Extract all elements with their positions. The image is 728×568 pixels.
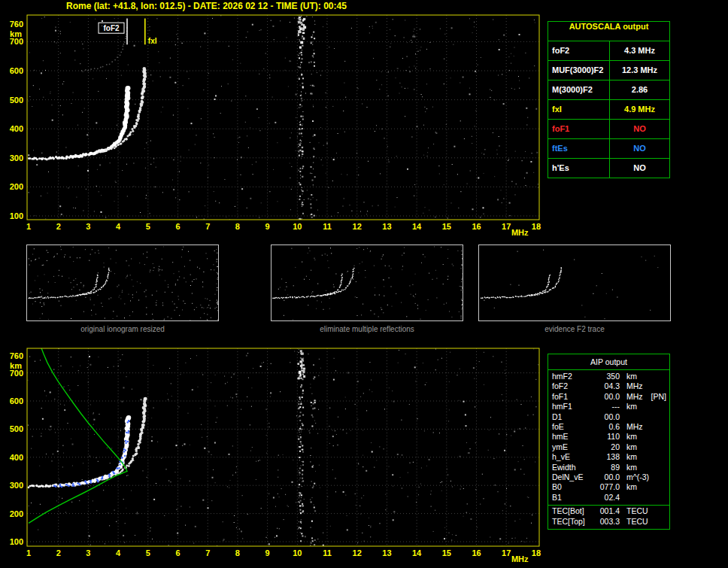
svg-text:300: 300 <box>10 153 23 163</box>
svg-text:15: 15 <box>442 222 451 231</box>
svg-text:14: 14 <box>412 548 422 557</box>
autoscala-row-value: 2.86 <box>610 80 669 99</box>
autoscala-rows: foF24.3 MHzMUF(3000)F212.3 MHzM(3000)F22… <box>548 41 669 178</box>
aip-row-unit: km <box>620 452 650 462</box>
autoscala-row-label: foF2 <box>548 41 610 60</box>
autoscala-row: MUF(3000)F212.3 MHz <box>548 61 669 80</box>
autoscala-row: foF24.3 MHz <box>548 41 669 61</box>
aip-row: TEC[Top]003.3TECU <box>548 517 669 527</box>
ionosonde-app: { "header": { "title": "Rome (lat: +41.8… <box>0 0 728 568</box>
svg-text:MHz: MHz <box>511 554 529 563</box>
autoscala-row-value: 12.3 MHz <box>610 61 669 80</box>
aip-row-extra <box>650 442 669 452</box>
svg-text:7: 7 <box>205 548 210 557</box>
aip-row-value: 00.0 <box>594 392 620 402</box>
svg-text:300: 300 <box>10 481 23 490</box>
aip-row-label: D1 <box>552 412 594 422</box>
header-title: Rome (lat: +41.8, lon: 012.5) - DATE: 20… <box>66 1 347 11</box>
svg-text:foF2: foF2 <box>103 24 120 32</box>
autoscala-row-value: 4.9 MHz <box>610 100 669 119</box>
aip-row-extra <box>650 402 669 412</box>
svg-text:500: 500 <box>10 96 23 105</box>
aip-row-label: foE <box>552 422 594 432</box>
aip-row-value: 02.4 <box>594 493 620 503</box>
svg-text:400: 400 <box>10 124 23 133</box>
aip-row-label: B1 <box>552 493 594 503</box>
svg-text:100: 100 <box>10 537 23 546</box>
aip-row: TEC[Bot]001.4TECU <box>548 506 669 517</box>
aip-row-label: foF2 <box>552 381 594 391</box>
aip-row-extra <box>650 472 669 482</box>
svg-text:600: 600 <box>10 66 23 75</box>
aip-row-unit <box>620 412 650 422</box>
autoscala-row: ftEsNO <box>548 139 669 159</box>
aip-row-unit: km <box>620 482 650 492</box>
svg-text:5: 5 <box>146 548 150 557</box>
svg-text:13: 13 <box>382 548 391 557</box>
thumbnail-evidence-f2-trace <box>478 245 671 321</box>
aip-row-unit: MHz <box>620 381 650 391</box>
svg-text:5: 5 <box>146 222 150 231</box>
aip-row-value: 350 <box>594 372 620 381</box>
aip-row-label: B0 <box>552 482 594 492</box>
aip-row-unit: TECU <box>620 506 650 517</box>
aip-row-value: 003.3 <box>594 517 620 527</box>
autoscala-table: AUTOSCALA output foF24.3 MHzMUF(3000)F21… <box>548 21 670 178</box>
svg-text:200: 200 <box>10 182 23 191</box>
aip-row-label: TEC[Bot] <box>552 506 594 517</box>
aip-table: AIP output hmF2350kmfoF204.3MHzfoF100.0M… <box>548 354 670 530</box>
thumbnail-original-ionogram <box>26 245 219 321</box>
autoscala-row-label: fxI <box>548 100 610 119</box>
autoscala-row-label: ftEs <box>548 139 610 158</box>
svg-text:18: 18 <box>532 222 541 231</box>
svg-text:13: 13 <box>382 222 391 231</box>
svg-text:18: 18 <box>532 548 541 557</box>
aip-row-extra <box>650 422 669 432</box>
svg-text:12: 12 <box>353 222 362 231</box>
autoscala-row: foF1NO <box>548 120 669 139</box>
aip-row-extra <box>650 452 669 462</box>
svg-text:1: 1 <box>26 222 31 231</box>
aip-row-extra <box>650 482 669 492</box>
aip-row-value: 04.3 <box>594 381 620 391</box>
svg-text:16: 16 <box>472 548 481 557</box>
aip-row-label: ymE <box>552 442 594 452</box>
svg-text:400: 400 <box>10 453 23 462</box>
autoscala-row-label: M(3000)F2 <box>548 80 610 99</box>
aip-row-extra <box>650 506 669 517</box>
svg-text:14: 14 <box>412 222 422 231</box>
svg-text:15: 15 <box>442 548 451 557</box>
thumbnail-eliminate-reflections <box>271 245 463 321</box>
svg-text:4: 4 <box>116 548 121 557</box>
aip-row-label: Ewidth <box>552 463 594 472</box>
svg-text:600: 600 <box>10 396 23 405</box>
autoscala-row-value: 4.3 MHz <box>610 41 669 60</box>
autoscala-row-value: NO <box>610 159 669 178</box>
svg-text:9: 9 <box>265 548 270 557</box>
autoscala-row-label: h'Es <box>548 159 610 178</box>
aip-row-value: 077.0 <box>594 482 620 492</box>
aip-row-value: --- <box>594 402 620 412</box>
autoscala-row: fxI4.9 MHz <box>548 100 669 120</box>
aip-row: hmF1---km <box>548 402 669 412</box>
aip-row-unit: m^(-3) <box>620 472 650 482</box>
aip-row: D100.0 <box>548 412 669 422</box>
aip-row-label: hmF1 <box>552 402 594 412</box>
aip-row-extra <box>650 381 669 391</box>
svg-text:2: 2 <box>56 548 61 557</box>
aip-row: B0077.0km <box>548 482 669 492</box>
aip-row-unit: km <box>620 372 650 381</box>
svg-text:760: 760 <box>10 351 23 360</box>
autoscala-row: M(3000)F22.86 <box>548 80 669 100</box>
aip-row: h_vE138km <box>548 452 669 462</box>
aip-row-label: foF1 <box>552 392 594 402</box>
svg-text:8: 8 <box>235 548 240 557</box>
aip-row-value: 110 <box>594 432 620 442</box>
svg-text:2: 2 <box>56 222 61 231</box>
svg-text:17: 17 <box>502 548 511 557</box>
svg-text:MHz: MHz <box>511 228 529 236</box>
aip-row: foF204.3MHz <box>548 381 669 391</box>
aip-row: hmF2350km <box>548 372 669 381</box>
aip-row-unit: km <box>620 402 650 412</box>
svg-text:9: 9 <box>265 222 270 231</box>
